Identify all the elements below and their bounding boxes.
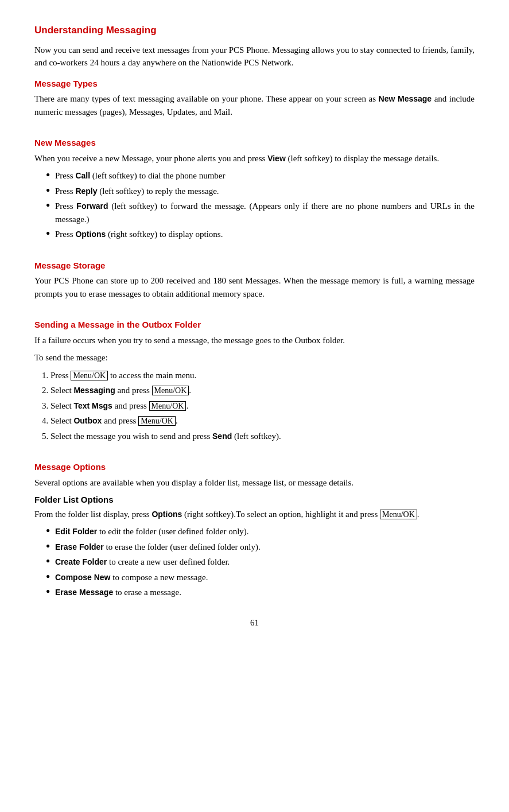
reply-label: Reply bbox=[75, 187, 97, 196]
folder-options-list: Edit Folder to edit the folder (user def… bbox=[46, 525, 475, 599]
outbox-label: Outbox bbox=[73, 416, 102, 425]
menu-ok-box-4: Menu/OK bbox=[138, 416, 176, 426]
section-heading-message-options: Message Options bbox=[34, 461, 475, 474]
menu-ok-box-2: Menu/OK bbox=[152, 386, 189, 395]
menu-ok-box-3: Menu/OK bbox=[149, 401, 186, 411]
intro-paragraph: Now you can send and receive text messag… bbox=[34, 44, 475, 69]
edit-folder-label: Edit Folder bbox=[55, 527, 97, 536]
list-item: Select Messaging and press Menu/OK. bbox=[50, 384, 475, 397]
text-msgs-label: Text Msgs bbox=[73, 401, 112, 410]
options-label-2: Options bbox=[151, 510, 182, 519]
steps-intro: To send the message: bbox=[34, 351, 475, 364]
list-item: Edit Folder to edit the folder (user def… bbox=[46, 525, 475, 538]
sending-outbox-intro: If a failure occurs when you try to send… bbox=[34, 334, 475, 347]
section-heading-message-types: Message Types bbox=[34, 77, 475, 91]
list-item: Press Call (left softkey) to dial the ph… bbox=[46, 169, 475, 182]
list-item: Select Outbox and press Menu/OK. bbox=[50, 414, 475, 428]
section-heading-sending-outbox: Sending a Message in the Outbox Folder bbox=[34, 318, 475, 332]
page-title: Understanding Messaging bbox=[34, 23, 475, 38]
erase-message-label: Erase Message bbox=[55, 588, 113, 597]
new-messages-list: Press Call (left softkey) to dial the ph… bbox=[46, 169, 475, 241]
call-label: Call bbox=[75, 171, 90, 180]
message-options-intro: Several options are available when you d… bbox=[34, 476, 475, 489]
section-heading-message-storage: Message Storage bbox=[34, 259, 475, 273]
forward-label: Forward bbox=[76, 201, 108, 211]
create-folder-label: Create Folder bbox=[55, 557, 107, 566]
message-types-paragraph: There are many types of text messaging a… bbox=[34, 92, 475, 118]
page-number: 61 bbox=[34, 616, 475, 630]
send-label: Send bbox=[212, 432, 232, 441]
list-item: Select Text Msgs and press Menu/OK. bbox=[50, 399, 475, 413]
list-item: Erase Message to erase a message. bbox=[46, 586, 475, 599]
new-messages-paragraph: When you receive a new Message, your pho… bbox=[34, 152, 475, 165]
folder-list-options-paragraph: From the folder list display, press Opti… bbox=[34, 508, 475, 521]
folder-list-options-subheading: Folder List Options bbox=[34, 494, 475, 507]
menu-ok-box-5: Menu/OK bbox=[380, 510, 417, 519]
messaging-label: Messaging bbox=[73, 386, 115, 395]
list-item: Create Folder to create a new user defin… bbox=[46, 555, 475, 569]
options-label: Options bbox=[75, 230, 106, 239]
compose-new-label: Compose New bbox=[55, 573, 110, 582]
list-item: Press Menu/OK to access the main menu. bbox=[50, 369, 475, 382]
erase-folder-label: Erase Folder bbox=[55, 542, 104, 551]
section-heading-new-messages: New Messages bbox=[34, 137, 475, 150]
list-item: Press Forward (left softkey) to forward … bbox=[46, 200, 475, 226]
menu-ok-box-1: Menu/OK bbox=[71, 371, 108, 380]
new-message-label: New Message bbox=[379, 94, 432, 103]
list-item: Press Reply (left softkey) to reply the … bbox=[46, 185, 475, 198]
list-item: Erase Folder to erase the folder (user d… bbox=[46, 541, 475, 554]
list-item: Compose New to compose a new message. bbox=[46, 571, 475, 584]
list-item: Press Options (right softkey) to display… bbox=[46, 228, 475, 241]
view-label: View bbox=[267, 154, 286, 163]
message-storage-paragraph: Your PCS Phone can store up to 200 recei… bbox=[34, 274, 475, 300]
list-item: Select the message you wish to send and … bbox=[50, 430, 475, 443]
steps-list: Press Menu/OK to access the main menu. S… bbox=[50, 369, 475, 443]
